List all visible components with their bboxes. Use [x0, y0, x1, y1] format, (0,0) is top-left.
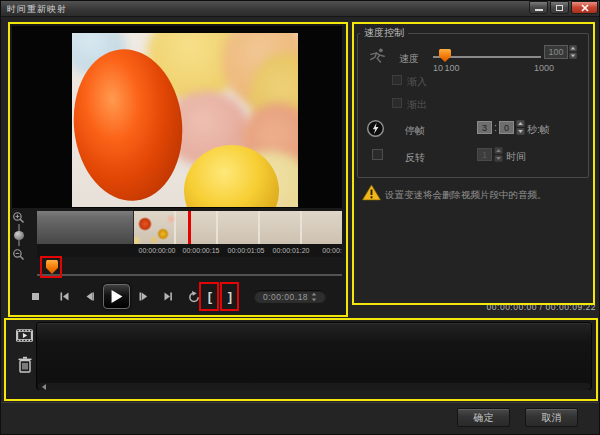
spinner-arrows-icon — [569, 45, 577, 59]
timeline-zoom-in-button[interactable] — [12, 210, 25, 223]
close-icon — [581, 4, 589, 12]
timeline-empty-region — [37, 211, 134, 244]
timecode-value: 0:00:00.18 — [263, 292, 308, 302]
repeat-button[interactable] — [185, 288, 202, 305]
minimize-button[interactable] — [529, 1, 548, 14]
timecode-spinner[interactable]: 0:00:00.18 — [253, 289, 327, 304]
stop-button[interactable] — [27, 288, 44, 305]
ruler-tick: 00:00:0 — [322, 247, 342, 254]
minimize-icon — [535, 9, 543, 11]
next-frame-icon — [138, 291, 149, 302]
ruler-tick: 00:00:00:15 — [183, 247, 220, 254]
reverse-label: 反转 — [405, 151, 425, 165]
freeze-separator: : — [494, 122, 497, 133]
window-title: 时间重新映射 — [7, 3, 67, 16]
speed-group-title: 速度控制 — [360, 26, 408, 40]
preview-section: 00:00:00:00 00:00:00:15 00:00:01:05 00:0… — [9, 23, 347, 316]
go-to-end-button[interactable] — [160, 288, 177, 305]
speed-control-section: 速度控制 速度 10 100 1000 100 渐入 渐出 停帧 3 : 0 秒… — [353, 23, 594, 304]
ease-in-label: 渐入 — [407, 75, 427, 89]
spinner-arrows-icon — [516, 120, 525, 135]
scroll-left-icon — [42, 384, 46, 390]
freeze-frame-label: 停帧 — [405, 124, 425, 138]
warning-icon — [362, 184, 381, 205]
freeze-frames-input[interactable]: 0 — [499, 121, 514, 134]
trim-marker[interactable] — [46, 260, 58, 274]
speed-label: 速度 — [399, 52, 419, 66]
freeze-unit-label: 秒:帧 — [527, 123, 550, 137]
position-duration-display: 00:00:00:00 / 00:00:09:22 — [381, 302, 596, 312]
timeline-zoom-out-button[interactable] — [12, 247, 25, 260]
timeline-zoom-slider-thumb[interactable] — [14, 231, 24, 240]
ruler-tick: 00:00:00:00 — [139, 247, 176, 254]
titlebar: 时间重新映射 — [1, 1, 600, 17]
timeline-track[interactable] — [37, 211, 342, 244]
ok-button[interactable]: 确定 — [457, 408, 510, 427]
trash-icon — [17, 355, 33, 374]
time-remap-dialog: 时间重新映射 — [0, 0, 600, 435]
speed-tick-current: 100 — [444, 63, 459, 73]
reverse-unit-label: 时间 — [506, 150, 526, 164]
spinner-arrows-icon — [311, 292, 317, 302]
delete-clip-button[interactable] — [15, 354, 35, 374]
ruler-tick: 00:00:01:20 — [273, 247, 310, 254]
zoom-in-icon — [12, 211, 25, 224]
previous-frame-button[interactable] — [81, 288, 98, 305]
mark-in-button[interactable]: [ — [203, 286, 217, 307]
freeze-spinner[interactable] — [516, 120, 525, 139]
freeze-frame-icon — [366, 119, 385, 142]
reverse-times-input[interactable]: 1 — [477, 148, 492, 161]
stop-icon — [30, 291, 41, 302]
repeat-icon — [188, 291, 200, 303]
clip-list-scrollbar[interactable] — [38, 383, 590, 390]
speed-tick-max: 1000 — [534, 63, 554, 73]
insert-clip-button[interactable] — [14, 325, 34, 345]
speed-value-input[interactable]: 100 — [544, 45, 568, 59]
clip-list-section — [5, 319, 597, 400]
mark-out-button[interactable]: ] — [223, 286, 237, 307]
reverse-spinner[interactable] — [494, 147, 503, 166]
go-to-end-icon — [163, 291, 174, 302]
spinner-arrows-icon — [494, 147, 503, 162]
speed-value-spinner[interactable] — [569, 45, 577, 63]
timeline-playhead[interactable] — [188, 211, 191, 244]
close-button[interactable] — [571, 1, 598, 14]
speed-running-man-icon — [366, 47, 388, 69]
go-to-start-icon — [59, 291, 70, 302]
reverse-checkbox[interactable] — [372, 149, 383, 160]
ease-out-checkbox[interactable] — [392, 98, 402, 108]
warning-text: 设置变速将会删除视频片段中的音频。 — [385, 189, 585, 202]
zoom-out-icon — [12, 248, 25, 261]
freeze-seconds-input[interactable]: 3 — [477, 121, 492, 134]
play-button[interactable] — [103, 284, 130, 309]
next-frame-button[interactable] — [135, 288, 152, 305]
timeline-ruler: 00:00:00:00 00:00:00:15 00:00:01:05 00:0… — [37, 244, 342, 257]
maximize-icon — [556, 5, 563, 11]
play-icon — [111, 290, 123, 303]
speed-tick-min: 10 — [433, 63, 443, 73]
clip-list-area[interactable] — [36, 322, 592, 390]
previous-frame-icon — [84, 291, 95, 302]
ease-in-checkbox[interactable] — [392, 75, 402, 85]
cancel-button[interactable]: 取消 — [525, 408, 578, 427]
go-to-start-button[interactable] — [56, 288, 73, 305]
maximize-button[interactable] — [550, 1, 569, 14]
ease-out-label: 渐出 — [407, 98, 427, 112]
footer-divider — [1, 402, 600, 403]
video-frame-balloons — [72, 33, 298, 207]
seek-bar[interactable] — [37, 274, 342, 276]
ruler-tick: 00:00:01:05 — [228, 247, 265, 254]
video-preview — [12, 26, 342, 208]
timeline-clip-thumbnails[interactable] — [134, 211, 342, 244]
film-clip-icon — [15, 327, 34, 344]
